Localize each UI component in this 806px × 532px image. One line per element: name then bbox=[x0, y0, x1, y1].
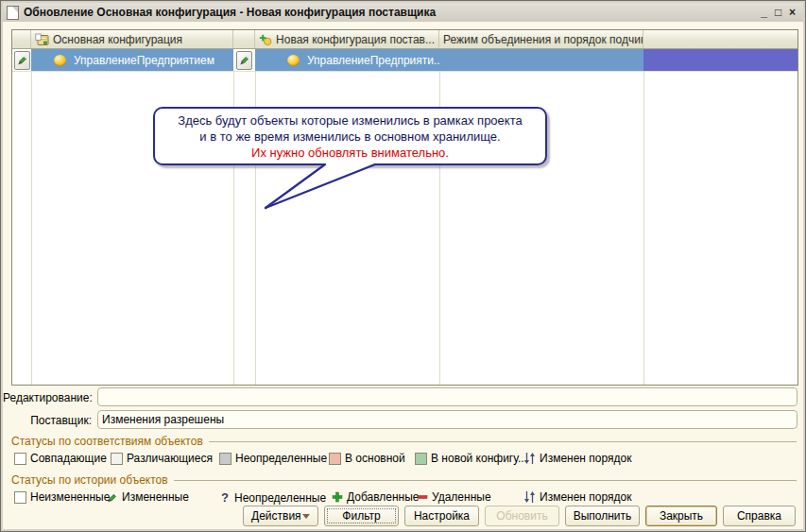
execute-button-label: Выполнить bbox=[574, 509, 632, 523]
vendor-input[interactable] bbox=[97, 410, 797, 429]
settings-button-label: Настройка bbox=[414, 509, 470, 523]
merge-mode-cell[interactable] bbox=[439, 49, 643, 71]
in-new-swatch bbox=[415, 453, 427, 465]
legend-item-order-changed: Изменен порядок bbox=[523, 452, 631, 465]
status-box bbox=[236, 51, 252, 70]
hint-line-1: Здесь будут объекты которые изменились в… bbox=[155, 112, 545, 129]
close-window-button[interactable]: Закрыть bbox=[645, 506, 717, 526]
legend-history-title: Статусы по истории объектов bbox=[11, 473, 797, 487]
update-configuration-window: Обновление Основная конфигурация - Новая… bbox=[0, 0, 806, 532]
legend-label: Совпадающие bbox=[30, 452, 107, 465]
filter-button-label: Фильтр bbox=[342, 509, 380, 523]
row-tail-cell[interactable] bbox=[643, 49, 797, 71]
legend-item-added: Добавленные bbox=[332, 490, 420, 504]
legend-label: Неизмененные bbox=[30, 490, 110, 504]
configuration-row[interactable]: УправлениеПредприятием УправлениеПредпри… bbox=[12, 49, 797, 71]
main-configuration-name: УправлениеПредприятием bbox=[74, 54, 214, 67]
close-button[interactable]: × bbox=[785, 6, 799, 20]
legend-label: Удаленные bbox=[432, 490, 491, 504]
actions-button-label: Действия bbox=[251, 509, 301, 523]
document-icon bbox=[7, 6, 19, 20]
header-main-configuration[interactable]: Основная конфигурация bbox=[31, 30, 233, 48]
vendor-configuration-cell[interactable]: УправлениеПредприяти... bbox=[255, 49, 439, 71]
table-header-row: Основная конфигурация Новая конфигурация… bbox=[12, 30, 797, 49]
legend-history-title-label: Статусы по истории объектов bbox=[11, 473, 168, 487]
legend-label: Добавленные bbox=[347, 490, 420, 504]
header-vendor-configuration[interactable]: Новая конфигурация постав... bbox=[255, 30, 439, 48]
configuration-compare-table: Основная конфигурация Новая конфигурация… bbox=[11, 29, 798, 386]
configuration-root-icon bbox=[54, 55, 66, 66]
header-merge-mode-label: Режим объединения и порядок подчин... bbox=[443, 33, 643, 46]
header-empty bbox=[643, 30, 797, 48]
header-main-configuration-label: Основная конфигурация bbox=[53, 33, 182, 46]
legend-matching-title: Статусы по соответствиям объектов bbox=[11, 435, 797, 448]
legend-item-different: Различающиеся bbox=[111, 452, 213, 465]
callout-tail bbox=[254, 163, 386, 216]
header-merge-mode[interactable]: Режим объединения и порядок подчин... bbox=[439, 30, 643, 48]
changed-pencil-icon bbox=[106, 491, 118, 504]
update-button: Обновить bbox=[485, 506, 559, 526]
status-cell-vendor[interactable] bbox=[233, 49, 255, 71]
question-icon: ? bbox=[219, 490, 231, 505]
minimize-button[interactable]: _ bbox=[757, 6, 771, 20]
group-line bbox=[209, 441, 797, 442]
status-cell-main[interactable] bbox=[12, 49, 31, 71]
legend-label: Изменен порядок bbox=[540, 452, 631, 465]
legend-item-history-order-changed: Изменен порядок bbox=[523, 490, 631, 504]
in-main-swatch bbox=[329, 453, 341, 465]
hint-warning-line: Их нужно обновлять внимательно. bbox=[155, 145, 545, 161]
legend-item-changed: Измененные bbox=[106, 490, 189, 504]
execute-button[interactable]: Выполнить bbox=[565, 506, 640, 526]
help-button-label: Справка bbox=[737, 509, 781, 523]
header-status-main[interactable] bbox=[12, 30, 31, 48]
reorder-icon bbox=[523, 490, 536, 504]
vendor-label: Поставщик: bbox=[3, 414, 92, 427]
update-button-label: Обновить bbox=[496, 509, 547, 523]
legend-label: Различающиеся bbox=[127, 452, 213, 465]
legend-matching-title-label: Статусы по соответствиям объектов bbox=[11, 435, 203, 448]
undefined-swatch bbox=[219, 453, 232, 465]
row-separator bbox=[12, 71, 797, 72]
legend-item-in-main: В основной bbox=[329, 452, 405, 465]
legend-label: В новой конфигу... bbox=[431, 452, 527, 465]
settings-button[interactable]: Настройка bbox=[404, 506, 479, 526]
close-button-label: Закрыть bbox=[660, 509, 703, 523]
legend-item-undefined: Неопределенные bbox=[219, 452, 327, 465]
main-configuration-cell[interactable]: УправлениеПредприятием bbox=[31, 49, 233, 71]
legend-item-unchanged: Неизмененные bbox=[14, 490, 110, 504]
new-configuration-icon bbox=[259, 33, 272, 46]
legend-label: Измененные bbox=[122, 490, 189, 504]
window-content: Основная конфигурация Новая конфигурация… bbox=[3, 22, 803, 529]
changed-pencil-icon bbox=[16, 54, 28, 66]
hint-callout: Здесь будут объекты которые изменились в… bbox=[153, 107, 547, 165]
configuration-root-icon bbox=[287, 55, 300, 66]
legend-item-history-undefined: ? Неопределенные bbox=[219, 490, 326, 505]
editing-input[interactable] bbox=[97, 387, 797, 406]
status-box bbox=[14, 51, 30, 70]
help-button[interactable]: Справка bbox=[723, 506, 796, 526]
unchanged-swatch bbox=[14, 491, 26, 504]
maximize-button[interactable]: □ bbox=[771, 6, 785, 20]
reorder-icon bbox=[523, 452, 536, 465]
legend-label: Изменен порядок bbox=[540, 490, 631, 504]
actions-button[interactable]: Действия bbox=[243, 506, 318, 526]
header-status-vendor[interactable] bbox=[233, 30, 255, 48]
legend-item-matching: Совпадающие bbox=[14, 452, 107, 465]
hint-line-2: и в то же время изменились в основном хр… bbox=[155, 129, 545, 145]
gridline bbox=[31, 71, 32, 385]
different-swatch bbox=[111, 453, 123, 465]
filter-button[interactable]: Фильтр bbox=[324, 506, 399, 526]
button-row: Действия Фильтр Настройка Обновить Выпол… bbox=[243, 506, 796, 526]
header-vendor-configuration-label: Новая конфигурация постав... bbox=[276, 33, 435, 46]
window-title: Обновление Основная конфигурация - Новая… bbox=[24, 6, 757, 19]
minus-icon bbox=[417, 491, 428, 503]
legend-item-deleted: Удаленные bbox=[417, 490, 491, 504]
gridline bbox=[643, 71, 644, 385]
chevron-down-icon bbox=[302, 514, 310, 519]
editing-label: Редактирование: bbox=[3, 391, 92, 404]
legend-item-in-new: В новой конфигу... bbox=[415, 452, 527, 465]
legend-label: Неопределенные bbox=[235, 452, 327, 465]
changed-pencil-icon bbox=[238, 54, 250, 66]
group-line bbox=[174, 480, 797, 481]
vendor-configuration-name: УправлениеПредприяти... bbox=[307, 54, 439, 67]
